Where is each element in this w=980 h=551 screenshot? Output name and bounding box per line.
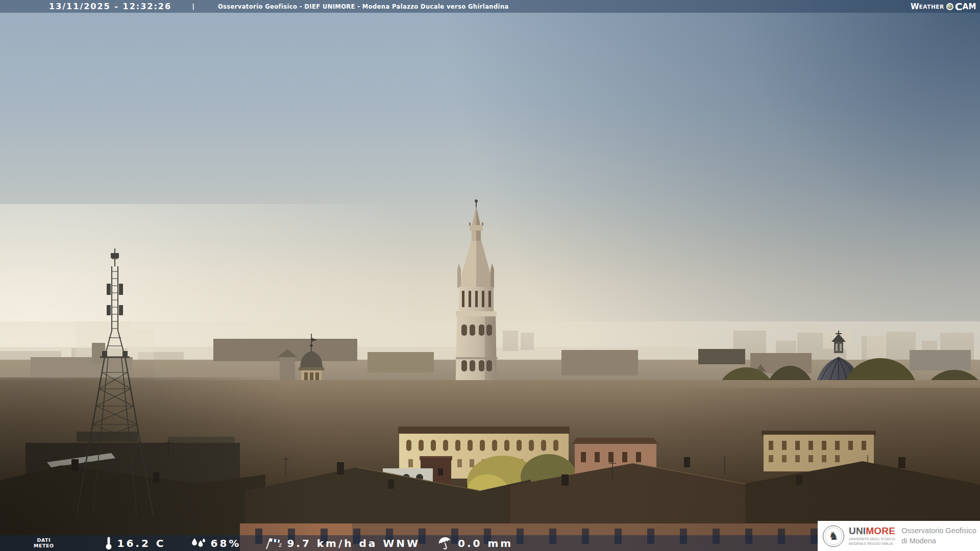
- unimore-acronym-more: MORE: [866, 525, 895, 536]
- unimore-acronym-uni: UNI: [849, 525, 866, 536]
- umbrella-icon: [437, 537, 453, 550]
- temperature-value: 16.2 C: [117, 537, 166, 549]
- humidity-metric: 68%: [190, 537, 241, 549]
- weathercam-logo[interactable]: W EATHER C AM: [911, 1, 976, 13]
- observatory-name-line2: di Modena: [901, 536, 976, 546]
- wind-metric: 9.7 km/h da WNW: [263, 537, 420, 550]
- precipitation-metric: 0.0 mm: [437, 537, 513, 550]
- unimore-subtitle: UNIVERSITÀ DEGLI STUDI DI MODENA E REGGI…: [849, 537, 895, 546]
- thermometer-icon: [105, 536, 112, 550]
- unimore-subtitle-line2: MODENA E REGGIO EMILIA: [849, 542, 895, 546]
- temperature-metric: 16.2 C: [105, 536, 166, 550]
- observatory-name-line1: Osservatorio Geofisico: [901, 526, 976, 536]
- weathercam-word-rest: EATHER: [919, 4, 944, 10]
- camera-lens-icon: [946, 3, 953, 10]
- modena-cityscape-photo: [0, 0, 980, 551]
- weathercam-cam-rest: AM: [962, 2, 976, 11]
- precipitation-value: 0.0 mm: [458, 537, 513, 549]
- unimore-logo-box[interactable]: ♞ UNIMORE UNIVERSITÀ DEGLI STUDI DI MODE…: [818, 521, 980, 551]
- weathercam-cam-initial: C: [955, 1, 963, 13]
- observatory-name: Osservatorio Geofisico di Modena: [901, 526, 976, 546]
- page-title: Osservatorio Geofisico - DIEF UNIMORE - …: [218, 3, 509, 10]
- wind-value: 9.7 km/h da WNW: [287, 537, 420, 549]
- knight-emblem-icon: ♞: [828, 531, 839, 542]
- windsock-icon: [263, 537, 282, 550]
- shadow-bottom-left: [0, 378, 459, 551]
- dati-meteo-line1: DATI: [34, 538, 54, 543]
- unimore-subtitle-line1: UNIVERSITÀ DEGLI STUDI DI: [849, 537, 895, 542]
- weathercam-word-initial: W: [911, 2, 919, 11]
- unimore-seal: ♞: [823, 525, 844, 547]
- humidity-value: 68%: [211, 537, 241, 549]
- unimore-wordmark: UNIMORE UNIVERSITÀ DEGLI STUDI DI MODENA…: [849, 526, 895, 546]
- dati-meteo-line2: METEO: [34, 543, 54, 549]
- unimore-acronym: UNIMORE: [849, 526, 895, 536]
- dati-meteo-label: DATI METEO: [34, 538, 54, 549]
- webcam-frame: 13/11/2025 - 12:32:26 | Osservatorio Geo…: [0, 0, 980, 551]
- raindrops-icon: [190, 537, 206, 549]
- top-overlay-bar: 13/11/2025 - 12:32:26 | Osservatorio Geo…: [0, 0, 980, 13]
- datetime-text: 13/11/2025 - 12:32:26: [49, 2, 172, 11]
- separator: |: [192, 3, 194, 10]
